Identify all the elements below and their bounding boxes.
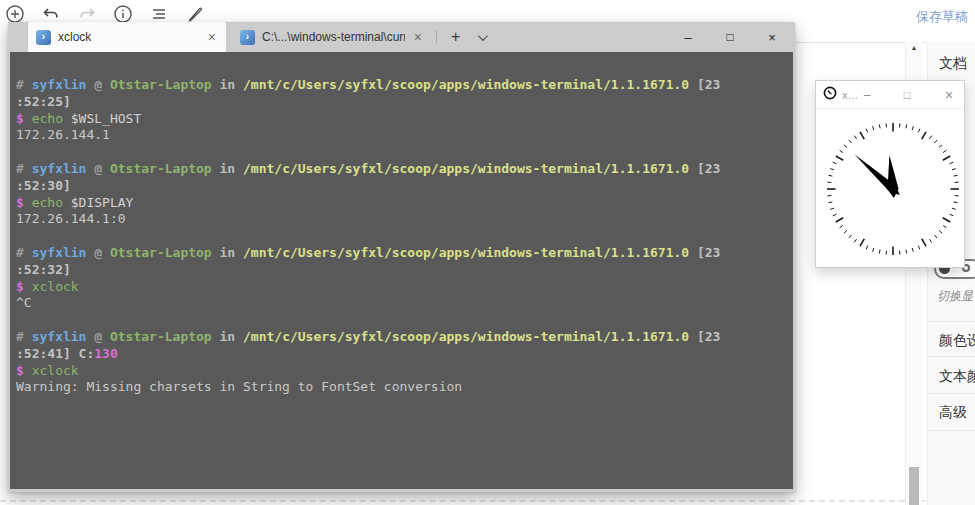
maximize-button[interactable]: □ xyxy=(709,22,751,52)
terminal-tab-bar: › xclock × › C:\...\windows-terminal\cur… xyxy=(10,22,793,52)
terminal-line xyxy=(16,228,789,245)
terminal-line: # syfxlin @ Otstar-Laptop in /mnt/c/User… xyxy=(16,245,789,262)
panel-note-toggle-display: 切换显 xyxy=(937,288,973,305)
clock-face xyxy=(816,109,966,267)
terminal-line: 172.26.144.1 xyxy=(16,127,789,144)
window-controls: – □ × xyxy=(667,22,793,52)
shell-icon: › xyxy=(36,30,51,45)
xclock-maximize-button[interactable]: □ xyxy=(892,81,922,109)
xclock-window: x… – □ × xyxy=(815,80,965,268)
scrollbar-thumb[interactable] xyxy=(909,467,919,505)
tab-close-icon[interactable]: × xyxy=(412,30,424,44)
terminal-line xyxy=(16,144,789,161)
tab-dropdown-button[interactable] xyxy=(468,34,495,41)
terminal-line: :52:32] xyxy=(16,262,789,279)
terminal-line: $ echo $DISPLAY xyxy=(16,195,789,212)
terminal-line: $ xclock xyxy=(16,363,789,380)
panel-item-color-settings[interactable]: 颜色设 xyxy=(939,332,975,350)
tab-close-icon[interactable]: × xyxy=(206,30,218,44)
terminal-line: :52:25] xyxy=(16,94,789,111)
panel-title-document[interactable]: 文档 xyxy=(939,55,967,73)
xclock-app-icon xyxy=(823,86,837,104)
close-button[interactable]: × xyxy=(751,22,793,52)
xclock-minimize-button[interactable]: – xyxy=(852,81,882,109)
shell-icon: › xyxy=(240,30,255,45)
terminal-line: $ echo $WSL_HOST xyxy=(16,111,789,128)
xclock-close-button[interactable]: × xyxy=(934,81,964,109)
page-bottom-dashed-line xyxy=(0,500,975,502)
terminal-line: ^C xyxy=(16,295,789,312)
terminal-line: :52:30] xyxy=(16,178,789,195)
terminal-line: # syfxlin @ Otstar-Laptop in /mnt/c/User… xyxy=(16,77,789,94)
terminal-line: :52:41] C:130 xyxy=(16,346,789,363)
windows-terminal-window: › xclock × › C:\...\windows-terminal\cur… xyxy=(8,22,795,492)
scroll-up-icon[interactable]: ▲ xyxy=(906,44,922,51)
new-tab-button[interactable]: + xyxy=(443,28,468,46)
tab-separator xyxy=(436,30,437,44)
terminal-line: # syfxlin @ Otstar-Laptop in /mnt/c/User… xyxy=(16,329,789,346)
terminal-line: 172.26.144.1:0 xyxy=(16,211,789,228)
tab-label: C:\...\windows-terminal\current xyxy=(262,30,405,44)
minimize-button[interactable]: – xyxy=(667,22,709,52)
chevron-down-icon xyxy=(478,31,488,41)
tab-xclock[interactable]: › xclock × xyxy=(28,22,226,52)
terminal-line: Warning: Missing charsets in String to F… xyxy=(16,379,789,396)
tab-label: xclock xyxy=(58,30,199,44)
terminal-line: $ xclock xyxy=(16,279,789,296)
terminal-line xyxy=(16,312,789,329)
save-draft-link[interactable]: 保存草稿 xyxy=(916,8,968,26)
panel-item-advanced[interactable]: 高级 xyxy=(939,404,967,422)
tab-windows-terminal-current[interactable]: › C:\...\windows-terminal\current × xyxy=(232,22,432,52)
terminal-line: # syfxlin @ Otstar-Laptop in /mnt/c/User… xyxy=(16,161,789,178)
terminal-content[interactable]: # syfxlin @ Otstar-Laptop in /mnt/c/User… xyxy=(10,52,793,489)
panel-item-text-color[interactable]: 文本颜 xyxy=(939,368,975,386)
xclock-title-bar[interactable]: x… – □ × xyxy=(816,81,964,109)
